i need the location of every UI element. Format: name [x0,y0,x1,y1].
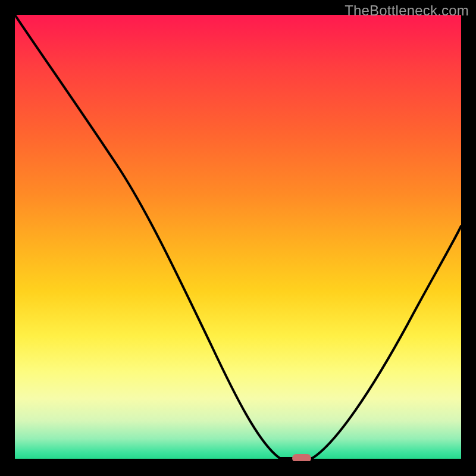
chart-svg [15,15,461,461]
optimal-marker [292,454,311,461]
watermark-text: TheBottleneck.com [345,2,469,19]
bottleneck-curve [15,15,461,458]
chart-container: TheBottleneck.com [0,0,476,476]
